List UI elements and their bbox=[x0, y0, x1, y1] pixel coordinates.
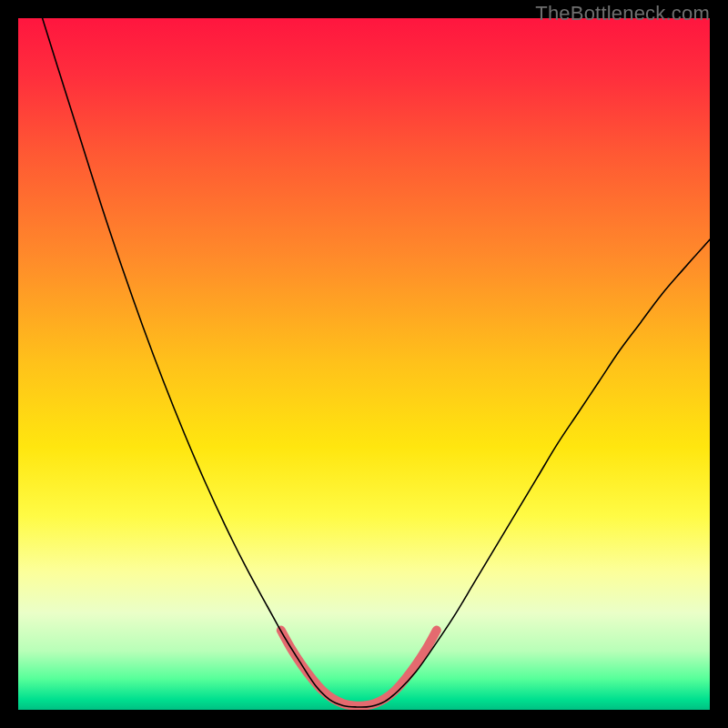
watermark-text: TheBottleneck.com bbox=[535, 2, 710, 25]
bottleneck-chart bbox=[18, 18, 710, 710]
plot-background bbox=[18, 18, 710, 710]
